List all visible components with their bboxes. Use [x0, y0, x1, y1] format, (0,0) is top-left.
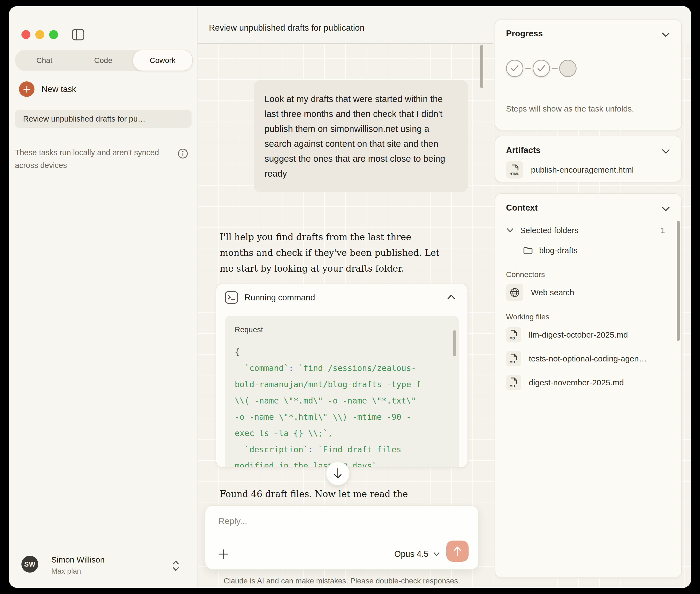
code-scrollbar[interactable] [453, 330, 456, 356]
scroll-to-bottom-button[interactable] [326, 462, 350, 486]
plus-icon [19, 81, 34, 97]
avatar: SW [22, 556, 38, 572]
md-file-icon: MD [506, 327, 521, 342]
chevron-down-icon [506, 228, 514, 233]
chevron-up-down-icon [172, 559, 180, 572]
working-files-label: Working files [506, 312, 549, 321]
zoom-window-button[interactable] [49, 30, 58, 39]
info-icon[interactable] [178, 148, 188, 159]
arrow-down-icon [333, 467, 343, 480]
tab-cowork-label: Cowork [150, 56, 175, 65]
account-name: Simon Willison [51, 555, 105, 564]
request-label: Request [235, 325, 449, 334]
selected-folders-count: 1 [660, 226, 665, 235]
context-card: Context Selected folders 1 blog-drafts C… [495, 193, 682, 578]
plus-icon [217, 548, 229, 560]
new-task-button[interactable]: New task [19, 81, 76, 97]
task-list-item[interactable]: Review unpublished drafts for pu… [15, 110, 192, 128]
selected-folders-toggle[interactable]: Selected folders [506, 226, 578, 235]
context-title: Context [506, 203, 538, 213]
md-file-icon: MD [506, 351, 521, 366]
folder-icon [523, 246, 533, 255]
connector-item[interactable]: Web search [506, 284, 574, 301]
header-divider [198, 43, 493, 44]
html-file-icon: HTML [506, 161, 523, 178]
tab-cowork[interactable]: Cowork [133, 50, 193, 71]
chevron-up-icon[interactable] [446, 293, 457, 300]
progress-hint: Steps will show as the task unfolds. [506, 104, 634, 113]
working-file-name: digest-november-2025.md [529, 378, 624, 387]
artifact-name: publish-encouragement.html [531, 165, 634, 174]
mode-tabs: Chat Code Cowork [15, 50, 193, 71]
svg-text:MD: MD [509, 336, 515, 340]
account-plan: Max plan [51, 567, 81, 575]
sidebar: Chat Code Cowork New task Review unpubli… [9, 6, 198, 588]
task-list-item-label: Review unpublished drafts for pu… [15, 114, 145, 124]
folder-name: blog-drafts [539, 246, 578, 255]
progress-steps [506, 60, 576, 77]
chevron-down-icon[interactable] [661, 148, 671, 155]
connector-name: Web search [531, 288, 574, 297]
tab-chat-label: Chat [36, 56, 53, 65]
progress-card: Progress Steps will show as the task unf… [495, 19, 682, 130]
new-task-label: New task [41, 85, 76, 94]
window-controls [22, 30, 58, 39]
terminal-icon [225, 291, 238, 304]
svg-text:HTML: HTML [509, 172, 519, 176]
sidebar-toggle-icon[interactable] [72, 29, 85, 40]
close-window-button[interactable] [22, 30, 30, 39]
tool-call-header[interactable]: Running command [216, 284, 467, 312]
user-message-bubble: Look at my drafts that were started with… [254, 80, 468, 192]
tab-code-label: Code [94, 56, 112, 65]
step-complete [506, 60, 523, 77]
assistant-message: I'll help you find drafts from the last … [220, 229, 439, 276]
step-connector [525, 68, 531, 69]
page-title: Review unpublished drafts for publicatio… [209, 23, 364, 33]
artifacts-title: Artifacts [506, 145, 541, 155]
composer[interactable]: Reply... Opus 4.5 [205, 505, 479, 570]
step-pending [559, 60, 576, 77]
context-scrollbar[interactable] [677, 221, 680, 341]
tool-call-title: Running command [244, 293, 315, 303]
tool-call-card[interactable]: Running command Request { `command`: `fi… [216, 284, 468, 467]
send-button[interactable] [446, 540, 469, 562]
tab-chat[interactable]: Chat [15, 50, 74, 71]
attach-button[interactable] [217, 548, 229, 560]
working-file-item[interactable]: MD digest-november-2025.md [506, 375, 624, 390]
reply-input[interactable]: Reply... [219, 516, 247, 526]
working-file-item[interactable]: MD llm-digest-october-2025.md [506, 327, 628, 342]
tool-request-block: Request { `command`: `find /sessions/zea… [225, 316, 459, 467]
svg-text:MD: MD [509, 384, 515, 388]
folder-item[interactable]: blog-drafts [523, 246, 578, 255]
minimize-window-button[interactable] [35, 30, 44, 39]
chevron-down-icon[interactable] [661, 31, 671, 38]
model-selector[interactable]: Opus 4.5 [394, 549, 440, 559]
local-sync-note: These tasks run locally and aren't synce… [15, 146, 167, 172]
working-file-item[interactable]: MD tests-not-optional-coding-agen… [506, 351, 647, 366]
step-complete [533, 60, 550, 77]
ai-disclaimer: Claude is AI and can make mistakes. Plea… [205, 576, 479, 585]
arrow-up-icon [453, 546, 462, 557]
globe-icon [506, 284, 523, 301]
artifacts-card: Artifacts HTML publish-encouragement.htm… [495, 136, 682, 183]
task-label-fade [154, 110, 192, 128]
md-file-icon: MD [506, 375, 521, 390]
step-connector [552, 68, 558, 69]
chat-scrollbar[interactable] [480, 45, 483, 88]
app-window: Review unpublished drafts for publicatio… [9, 6, 691, 588]
chevron-down-icon[interactable] [661, 206, 671, 212]
svg-text:MD: MD [509, 360, 515, 364]
progress-title: Progress [506, 29, 543, 38]
working-file-name: llm-digest-october-2025.md [529, 330, 628, 339]
account-menu[interactable]: SW Simon Willison Max plan [17, 555, 189, 577]
working-file-name: tests-not-optional-coding-agen… [529, 354, 647, 363]
request-json: { `command`: `find /sessions/zealous- bo… [235, 344, 449, 467]
selected-folders-label: Selected folders [520, 226, 578, 235]
tab-code[interactable]: Code [74, 50, 133, 71]
user-message-text: Look at my drafts that were started with… [265, 92, 457, 181]
model-name: Opus 4.5 [394, 549, 428, 559]
chevron-down-icon [433, 551, 440, 557]
connectors-label: Connectors [506, 270, 545, 279]
artifact-item[interactable]: HTML publish-encouragement.html [506, 161, 634, 178]
